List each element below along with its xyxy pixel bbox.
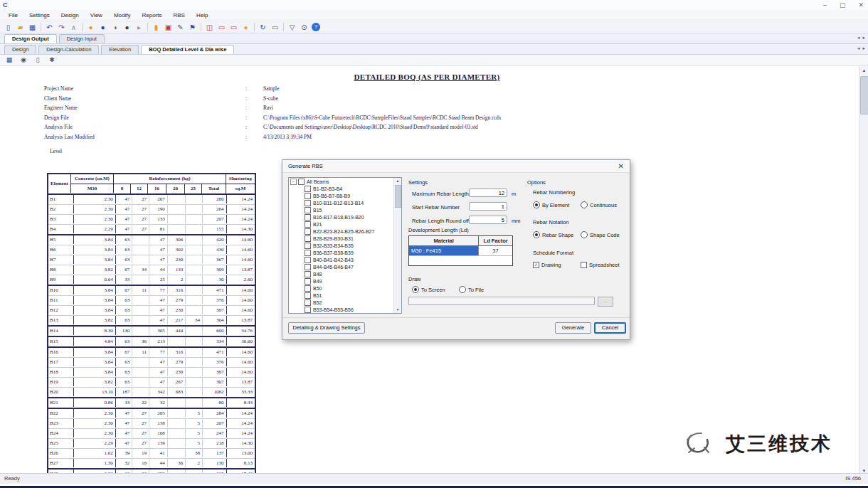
menu-rbs[interactable]: RBS bbox=[167, 11, 190, 19]
menu-settings[interactable]: Settings bbox=[23, 11, 55, 19]
flag-icon[interactable]: ⚑ bbox=[187, 22, 198, 33]
tab-scroll-left-icon[interactable]: ◂ bbox=[857, 46, 860, 51]
page-setup-icon[interactable]: ▯ bbox=[33, 55, 43, 65]
undo-icon[interactable]: ↶ bbox=[44, 22, 55, 33]
dialog-title-bar[interactable]: Generate RBS ✕ bbox=[282, 160, 630, 173]
start-rebar-number-input[interactable] bbox=[469, 202, 507, 211]
spreadsheet-checkbox[interactable] bbox=[581, 262, 587, 268]
ld-factor-cell[interactable]: 37 bbox=[479, 246, 512, 255]
tree-expander-icon[interactable]: − bbox=[290, 179, 297, 185]
tree-item-checkbox[interactable] bbox=[305, 207, 311, 213]
tree-scrollbar[interactable]: ▲ ▼ bbox=[393, 178, 401, 313]
tree-item[interactable]: B36-B37-B38-B39 bbox=[289, 249, 401, 256]
tree-item-checkbox[interactable] bbox=[305, 228, 311, 235]
tree-item[interactable]: B50 bbox=[289, 285, 401, 292]
spreadsheet-option[interactable]: Spreadsheet bbox=[581, 262, 620, 268]
tree-root-all-beams[interactable]: −All Beams bbox=[289, 178, 401, 185]
shape-code-option[interactable]: Shape Code bbox=[581, 231, 620, 238]
drawing-checkbox[interactable]: ✓ bbox=[533, 262, 539, 268]
drawing-option[interactable]: ✓ Drawing bbox=[533, 262, 561, 268]
generate-button[interactable]: Generate bbox=[555, 322, 591, 334]
dark-sphere-icon[interactable]: ● bbox=[122, 22, 132, 33]
tree-item[interactable]: B28-B29-B30-B31 bbox=[289, 235, 401, 242]
tree-scroll-up-icon[interactable]: ▲ bbox=[394, 178, 401, 184]
tab-elevation[interactable]: Elevation bbox=[101, 45, 139, 54]
filter-icon[interactable]: ▽ bbox=[287, 22, 297, 33]
design-check-icon[interactable]: ▣ bbox=[163, 22, 174, 33]
by-element-option[interactable]: By Element bbox=[533, 201, 569, 208]
cancel-button[interactable]: Cancel bbox=[594, 322, 626, 334]
dialog-close-icon[interactable]: ✕ bbox=[618, 162, 624, 170]
tree-scrollbar-thumb[interactable] bbox=[395, 185, 401, 208]
scroll-up-icon[interactable]: ▲ bbox=[859, 66, 868, 75]
tree-item[interactable]: B49 bbox=[289, 277, 401, 285]
tree-item-checkbox[interactable] bbox=[305, 271, 311, 277]
tree-item-checkbox[interactable] bbox=[305, 186, 311, 192]
tree-scroll-down-icon[interactable]: ▼ bbox=[394, 307, 401, 313]
tree-item-checkbox[interactable] bbox=[305, 250, 311, 256]
close-button[interactable]: ✕ bbox=[858, 0, 864, 10]
tab-design-output[interactable]: Design Output bbox=[4, 34, 57, 43]
output-path-input[interactable] bbox=[408, 297, 595, 305]
tree-item-checkbox[interactable] bbox=[305, 221, 311, 228]
tree-item-checkbox[interactable] bbox=[305, 193, 311, 199]
menu-design[interactable]: Design bbox=[55, 11, 85, 19]
play-small-icon[interactable]: ▸ bbox=[134, 22, 144, 33]
tree-item[interactable]: B32-B33-B34-B35 bbox=[289, 242, 401, 249]
tree-item[interactable]: B21 bbox=[289, 221, 401, 228]
help-icon[interactable]: ? bbox=[312, 23, 320, 31]
menu-modify[interactable]: Modify bbox=[108, 11, 137, 19]
tab-design-calculation[interactable]: Design-Calculation bbox=[38, 45, 99, 54]
tree-item-checkbox[interactable] bbox=[305, 299, 311, 306]
rotate-icon[interactable]: ↻ bbox=[258, 22, 268, 33]
menu-view[interactable]: View bbox=[85, 11, 108, 19]
tree-item[interactable]: B53-B54-B55-B56 bbox=[289, 306, 401, 313]
tree-item-checkbox[interactable] bbox=[305, 278, 311, 285]
tree-item-checkbox[interactable] bbox=[305, 292, 311, 299]
tree-item[interactable]: B51 bbox=[289, 292, 401, 299]
tab-scroll-right-icon[interactable]: ▸ bbox=[862, 35, 865, 41]
flip-view-icon[interactable]: ◑ bbox=[110, 22, 120, 33]
tree-item[interactable]: B15 bbox=[289, 206, 401, 213]
tree-item[interactable]: B16-B17-B18-B19-B20 bbox=[289, 213, 401, 221]
rect-outline2-icon[interactable]: ▭ bbox=[228, 22, 239, 33]
report-window-icon[interactable]: ◫ bbox=[204, 22, 215, 33]
lock-icon[interactable]: ▮ bbox=[151, 22, 162, 33]
tree-item-checkbox[interactable] bbox=[305, 200, 311, 206]
new-file-icon[interactable]: ▯ bbox=[3, 22, 14, 33]
by-element-radio[interactable] bbox=[533, 201, 540, 208]
menu-file[interactable]: File bbox=[3, 11, 23, 19]
open-folder-icon[interactable]: ▰ bbox=[15, 22, 26, 33]
tree-item[interactable]: B22-B23-B24-B25-B26-B27 bbox=[289, 228, 401, 235]
tree-item-checkbox[interactable] bbox=[305, 285, 311, 292]
continuous-option[interactable]: Continuous bbox=[581, 201, 617, 208]
zoom-icon[interactable]: ⊙ bbox=[299, 22, 309, 33]
tree-item-checkbox[interactable] bbox=[305, 243, 311, 249]
menu-reports[interactable]: Reports bbox=[136, 11, 167, 19]
max-rebar-length-input[interactable] bbox=[469, 189, 507, 197]
tab-boq-detailed-level-dia-wise[interactable]: BOQ Detailed Level & Dia wise bbox=[141, 45, 234, 54]
detailing-settings-button[interactable]: Detailing & Drawing Settings bbox=[288, 322, 365, 334]
tab-design-input[interactable]: Design Input bbox=[59, 34, 105, 43]
find-icon[interactable]: ✱ bbox=[47, 55, 57, 65]
tree-item-checkbox[interactable] bbox=[305, 214, 311, 221]
rect-outline-icon[interactable]: ▭ bbox=[216, 22, 227, 33]
to-file-radio[interactable] bbox=[459, 286, 466, 293]
tree-item-checkbox[interactable] bbox=[305, 264, 311, 270]
document-scrollbar[interactable]: ▲ ▼ bbox=[859, 66, 868, 475]
scrollbar-thumb[interactable] bbox=[860, 76, 868, 115]
print-preview-icon[interactable]: ◉ bbox=[18, 55, 28, 65]
tab-scroll-left-icon[interactable]: ◂ bbox=[857, 35, 860, 41]
tree-item[interactable]: B44-B45-B46-B47 bbox=[289, 263, 401, 270]
tree-root-checkbox[interactable] bbox=[298, 179, 305, 185]
minimize-button[interactable]: – bbox=[823, 0, 827, 10]
globe-icon[interactable]: ● bbox=[97, 22, 108, 33]
to-file-option[interactable]: To File bbox=[459, 286, 484, 293]
to-screen-option[interactable]: To Screen bbox=[412, 286, 445, 293]
maximize-button[interactable]: ▢ bbox=[840, 0, 846, 10]
tab-scroll-right-icon[interactable]: ▸ bbox=[862, 46, 865, 51]
menu-help[interactable]: Help bbox=[191, 11, 213, 19]
tab-design[interactable]: Design bbox=[4, 45, 36, 54]
rebar-shape-radio[interactable] bbox=[533, 231, 540, 238]
continuous-radio[interactable] bbox=[581, 201, 588, 208]
